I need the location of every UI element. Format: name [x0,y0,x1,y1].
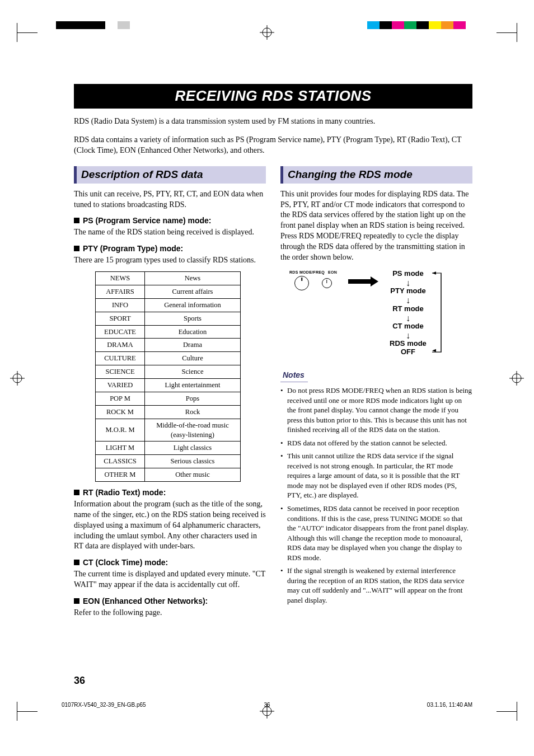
ct-body: The current time is displayed and update… [74,569,266,590]
svg-point-6 [512,374,521,383]
subheading-ps-label: PS (Program Service name) mode: [83,216,212,225]
table-row: DRAMADrama [96,339,241,352]
table-cell: Pops [145,392,241,405]
knob-label-left: RDS MODE/FREQ [289,270,325,275]
table-row: VARIEDLight entertainment [96,379,241,392]
footer-metadata: 0107RX-V540_32-39_EN-GB.p65 36 03.1.16, … [62,702,472,708]
table-cell: Sports [145,312,241,325]
table-cell: Current affairs [145,285,241,298]
right-column: Changing the RDS mode This unit provides… [280,164,472,624]
subheading-eon: EON (Enhanced Other Networks): [74,596,266,607]
color-swatch [81,21,93,29]
table-cell: Drama [145,339,241,352]
section-heading-description: Description of RDS data [74,166,266,184]
footer-filename: 0107RX-V540_32-39_EN-GB.p65 [62,702,146,708]
subheading-rt: RT (Radio Text) mode: [74,487,266,498]
color-swatch [392,21,404,29]
page-number: 36 [74,675,85,687]
knob-label-right: EON [328,270,337,275]
color-swatch [118,21,130,29]
registration-cross-left [10,371,25,386]
subheading-ct: CT (Clock Time) mode: [74,557,266,568]
table-cell: Science [145,365,241,379]
pty-body: There are 15 program types used to class… [74,255,266,266]
table-cell: ROCK M [96,405,145,419]
table-cell: Education [145,325,241,339]
table-row: CULTURECulture [96,352,241,365]
color-swatch [367,21,380,29]
page-title: RECEIVING RDS STATIONS [74,84,472,109]
subheading-ct-label: CT (Clock Time) mode: [83,558,168,567]
table-cell: AFFAIRS [96,285,145,298]
subheading-eon-label: EON (Enhanced Other Networks): [83,597,208,605]
table-cell: Other music [145,468,241,482]
color-swatch [380,21,392,29]
mode-item: CT mode [392,322,424,331]
color-swatch [56,21,68,29]
mode-cycle-diagram: RDS MODE/FREQ EON [289,270,472,358]
table-row: OTHER MOther music [96,468,241,482]
subheading-rt-label: RT (Radio Text) mode: [83,488,166,497]
color-swatch [416,21,429,29]
table-cell: CULTURE [96,352,145,365]
svg-point-0 [263,28,271,37]
note-item: Do not press RDS MODE/FREQ when an RDS s… [280,386,472,435]
section-heading-changing: Changing the RDS mode [280,166,472,184]
table-cell: CLASSICS [96,455,145,468]
mode-item: PTY mode [390,287,425,295]
table-cell: Rock [145,405,241,419]
color-swatch [404,21,416,29]
loop-arrow-icon [430,271,443,354]
intro-paragraph-1: RDS (Radio Data System) is a data transm… [74,116,472,127]
eon-body: Refer to the following page. [74,608,266,618]
table-cell: Light entertainment [145,379,241,392]
down-arrow-icon: ↓ [406,279,410,287]
table-cell: DRAMA [96,339,145,352]
mode-item: RT mode [392,305,424,313]
svg-point-9 [263,707,271,716]
crop-mark-top-right [478,23,517,42]
crop-mark-top-left [17,23,56,42]
table-row: LIGHT MLight classics [96,442,241,455]
page-content: RECEIVING RDS STATIONS RDS (Radio Data S… [74,84,472,683]
mode-item: RDS modeOFF [390,340,427,356]
color-swatch [68,21,81,29]
table-cell: General information [145,298,241,312]
footer-timestamp: 03.1.16, 11:40 AM [427,702,472,708]
note-item: If the signal strength is weakened by ex… [280,566,472,605]
table-cell: VARIED [96,379,145,392]
subheading-pty-label: PTY (Program Type) mode: [83,244,183,253]
table-row: EDUCATEEducation [96,325,241,339]
table-row: SPORTSports [96,312,241,325]
color-swatch [429,21,441,29]
svg-marker-12 [432,271,436,274]
right-intro: This unit provides four modes for displa… [280,189,472,263]
mode-list: PS mode↓PTY mode↓RT mode↓CT mode↓RDS mod… [390,270,427,358]
table-row: POP MPops [96,392,241,405]
registration-cross-right [509,371,524,386]
intro-paragraph-2: RDS data contains a variety of informati… [74,135,472,156]
table-cell: SPORT [96,312,145,325]
left-intro: This unit can receive, PS, PTY, RT, CT, … [74,189,266,210]
svg-point-3 [13,374,22,383]
table-row: SCIENCEScience [96,365,241,379]
color-swatch [441,21,453,29]
table-cell: SCIENCE [96,365,145,379]
table-cell: INFO [96,298,145,312]
crop-mark-bottom-right [478,702,517,721]
knob-icon-small [322,278,332,288]
table-cell: News [145,272,241,285]
table-row: INFOGeneral information [96,298,241,312]
table-row: CLASSICSSerious classics [96,455,241,468]
knob-illustration: RDS MODE/FREQ EON [289,270,337,290]
table-cell: Light classics [145,442,241,455]
note-item: This unit cannot utilize the RDS data se… [280,451,472,500]
color-swatch [130,21,142,29]
table-cell: OTHER M [96,468,145,482]
color-bar-left [56,21,142,29]
svg-marker-13 [432,349,436,352]
table-cell: LIGHT M [96,442,145,455]
table-row: NEWSNews [96,272,241,285]
color-swatch [93,21,105,29]
registration-cross-top [260,25,274,40]
